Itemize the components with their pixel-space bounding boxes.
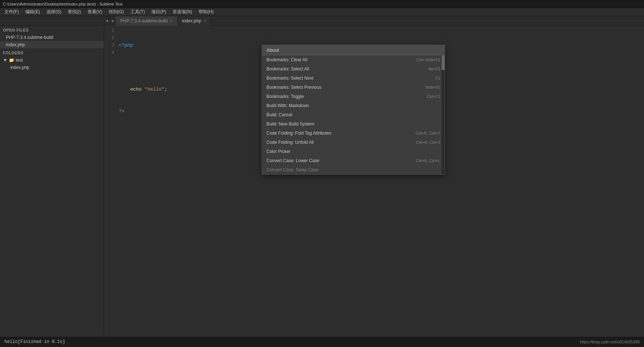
palette-item-2-label: Bookmarks: Select Next <box>266 76 313 81</box>
palette-item-2-shortcut: F2 <box>435 76 440 80</box>
menu-help[interactable]: 帮助(H) <box>196 8 217 16</box>
folder-test[interactable]: ▼ 📁 test <box>0 56 104 64</box>
palette-item-4-shortcut: Ctrl+F2 <box>427 94 440 99</box>
menu-file[interactable]: 文件(F) <box>1 8 22 16</box>
palette-item-3-shortcut: Shift+F2 <box>425 85 440 90</box>
palette-item-7-label: Build: New Build System <box>266 121 314 127</box>
tab-nav-next[interactable]: ► <box>110 16 116 26</box>
status-url: https://blog.csdn.net/u014265398 <box>580 340 640 344</box>
palette-item-8-shortcut: Ctrl+K, Ctrl+T <box>416 131 440 135</box>
tab-nav-prev[interactable]: ◄ <box>104 16 110 26</box>
palette-item-7[interactable]: Build: New Build System <box>262 120 445 129</box>
palette-item-10-label: Color Picker <box>266 149 290 154</box>
menu-project[interactable]: 项目(P) <box>148 8 169 16</box>
tab-1-label: index.php <box>182 18 201 23</box>
palette-item-11-label: Convert Case: Lower Case <box>266 158 319 163</box>
palette-item-4-label: Bookmarks: Toggle <box>266 94 304 99</box>
palette-item-12-label: Convert Case: Swap Case <box>266 167 318 172</box>
folder-icon: 📁 <box>9 58 14 63</box>
menu-tools[interactable]: 工具(T) <box>128 8 148 16</box>
palette-item-3[interactable]: Bookmarks: Select Previous Shift+F2 <box>262 83 445 92</box>
title-text: C:\Users\Administrator\Desktop\test\inde… <box>3 2 122 6</box>
palette-header: About <box>262 45 445 55</box>
palette-item-8[interactable]: Code Folding: Fold Tag Attributes Ctrl+K… <box>262 129 445 138</box>
palette-item-5[interactable]: Build With: Markdown <box>262 101 445 110</box>
palette-item-9-shortcut: Ctrl+K, Ctrl+J <box>416 140 440 145</box>
command-palette: About Bookmarks: Clear All Ctrl+Shift+F2… <box>262 45 445 175</box>
line-num-2: 2 <box>104 34 114 42</box>
open-files-title: OPEN FILES <box>0 26 104 34</box>
menu-edit[interactable]: 编辑(E) <box>22 8 43 16</box>
palette-item-11[interactable]: Convert Case: Lower Case Ctrl+K, Ctrl+L <box>262 156 445 165</box>
palette-item-10[interactable]: Color Picker <box>262 147 445 156</box>
line-num-4: 4 <box>104 49 114 56</box>
main-area: OPEN FILES PHP-7.3.4.sublime-build index… <box>0 26 644 337</box>
menu-find[interactable]: 查找(I) <box>65 8 84 16</box>
palette-item-0[interactable]: Bookmarks: Clear All Ctrl+Shift+F2 <box>262 55 445 65</box>
editor-area[interactable]: 1 2 3 4 <?php echo "hello"; ?> About Boo… <box>104 26 644 337</box>
tab-0-label: PHP-7.3.4.sublime-build <box>120 18 168 23</box>
title-bar: C:\Users\Administrator\Desktop\test\inde… <box>0 0 644 8</box>
palette-scrollbar[interactable] <box>442 55 445 174</box>
menu-select[interactable]: 选择(S) <box>44 8 64 16</box>
palette-item-2[interactable]: Bookmarks: Select Next F2 <box>262 74 445 83</box>
palette-item-0-label: Bookmarks: Clear All <box>266 57 307 62</box>
palette-item-12[interactable]: Convert Case: Swap Case <box>262 165 445 174</box>
tab-1[interactable]: index.php × <box>178 16 211 26</box>
open-file-1[interactable]: index.php <box>0 41 104 48</box>
tabs-bar: ◄ ► PHP-7.3.4.sublime-build × index.php … <box>0 16 644 26</box>
menu-goto[interactable]: 转到(G) <box>106 8 127 16</box>
palette-item-6-label: Build: Cancel <box>266 112 292 117</box>
folder-child-index[interactable]: index.php <box>0 64 104 71</box>
tab-1-close[interactable]: × <box>203 18 206 23</box>
line-num-3: 3 <box>104 42 114 49</box>
palette-item-11-shortcut: Ctrl+K, Ctrl+L <box>416 158 440 163</box>
tabs-list: PHP-7.3.4.sublime-build × index.php × <box>116 16 211 26</box>
palette-item-4[interactable]: Bookmarks: Toggle Ctrl+F2 <box>262 92 445 101</box>
status-bar: hello[Finished in 0.1s] https://blog.csd… <box>0 337 644 347</box>
menu-preferences[interactable]: 首选项(N) <box>170 8 195 16</box>
folders-title: FOLDERS <box>0 48 104 56</box>
folder-arrow-icon: ▼ <box>3 58 7 63</box>
palette-item-9[interactable]: Code Folding: Unfold All Ctrl+K, Ctrl+J <box>262 138 445 147</box>
palette-item-1-shortcut: Alt+F2 <box>428 67 440 71</box>
palette-item-1-label: Bookmarks: Select All <box>266 66 309 72</box>
palette-item-1[interactable]: Bookmarks: Select All Alt+F2 <box>262 65 445 74</box>
line-num-1: 1 <box>104 27 114 34</box>
menu-bar: 文件(F) 编辑(E) 选择(S) 查找(I) 查看(V) 转到(G) 工具(T… <box>0 8 644 16</box>
tab-0-close[interactable]: × <box>170 18 173 23</box>
tab-0[interactable]: PHP-7.3.4.sublime-build × <box>116 16 178 26</box>
menu-view[interactable]: 查看(V) <box>85 8 105 16</box>
palette-item-3-label: Bookmarks: Select Previous <box>266 85 321 90</box>
folder-name: test <box>16 58 23 63</box>
palette-item-0-shortcut: Ctrl+Shift+F2 <box>416 58 440 62</box>
palette-item-9-label: Code Folding: Unfold All <box>266 140 314 145</box>
palette-item-6[interactable]: Build: Cancel <box>262 110 445 120</box>
open-file-0[interactable]: PHP-7.3.4.sublime-build <box>0 34 104 41</box>
console-output: hello[Finished in 0.1s] <box>4 339 65 344</box>
line-numbers: 1 2 3 4 <box>104 27 119 130</box>
palette-item-5-label: Build With: Markdown <box>266 103 309 108</box>
palette-scrollbar-thumb[interactable] <box>442 55 445 70</box>
palette-item-8-label: Code Folding: Fold Tag Attributes <box>266 131 331 136</box>
sidebar: OPEN FILES PHP-7.3.4.sublime-build index… <box>0 26 104 337</box>
